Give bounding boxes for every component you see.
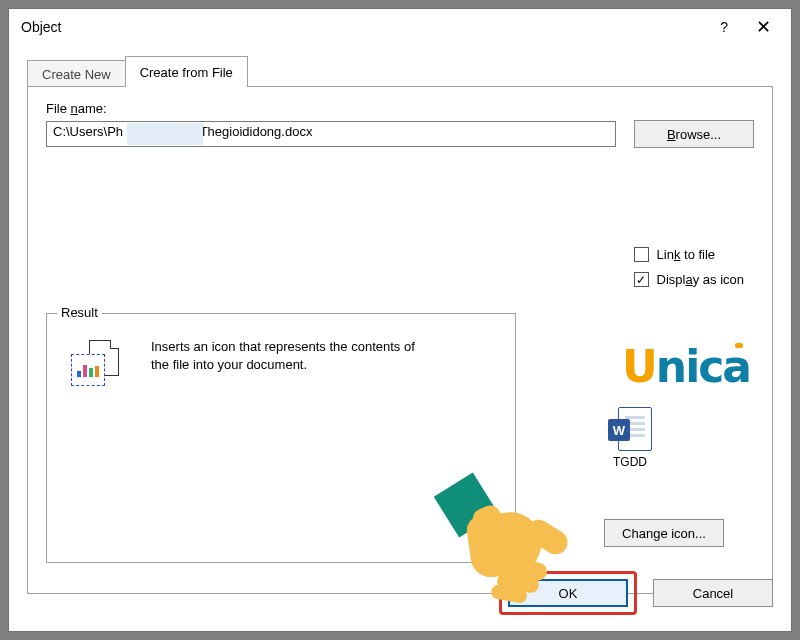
tab-panel: File name: C:\Users\Ph \Documents\Thegio… bbox=[27, 86, 773, 594]
tab-create-from-file[interactable]: Create from File bbox=[125, 56, 248, 87]
result-description: Inserts an icon that represents the cont… bbox=[151, 338, 431, 373]
result-legend: Result bbox=[57, 305, 102, 320]
link-to-file-label: Link to file bbox=[657, 247, 716, 262]
dialog-title: Object bbox=[17, 19, 61, 35]
word-file-icon: W bbox=[608, 407, 652, 451]
tab-create-new[interactable]: Create New bbox=[27, 60, 126, 87]
dialog-titlebar: Object ? ✕ bbox=[9, 9, 791, 45]
browse-button[interactable]: Browse... bbox=[634, 120, 754, 148]
display-as-icon-checkbox[interactable]: ✓ bbox=[634, 272, 649, 287]
link-to-file-checkbox[interactable] bbox=[634, 247, 649, 262]
result-group: Result Inserts an icon that represents t… bbox=[46, 313, 516, 563]
word-badge-letter: W bbox=[608, 419, 630, 441]
help-button[interactable]: ? bbox=[720, 19, 728, 35]
titlebar-controls: ? ✕ bbox=[720, 16, 783, 38]
display-as-icon-label: Display as icon bbox=[657, 272, 744, 287]
redaction-block bbox=[127, 123, 203, 145]
icon-caption: TGDD bbox=[600, 455, 660, 469]
file-name-label: File name: bbox=[46, 101, 754, 116]
tab-strip: Create New Create from File bbox=[27, 51, 773, 87]
result-illustration-icon bbox=[71, 338, 123, 390]
pointer-hand-annotation bbox=[449, 491, 567, 611]
unica-watermark: Unica bbox=[622, 341, 750, 392]
options-group: Link to file ✓ Display as icon bbox=[634, 247, 744, 287]
file-name-input[interactable]: C:\Users\Ph \Documents\Thegioididong.doc… bbox=[46, 121, 616, 147]
object-dialog: Object ? ✕ Create New Create from File F… bbox=[8, 8, 792, 632]
close-icon[interactable]: ✕ bbox=[752, 16, 775, 38]
preview-icon-block: W TGDD bbox=[600, 407, 660, 469]
cancel-button[interactable]: Cancel bbox=[653, 579, 773, 607]
change-icon-button[interactable]: Change icon... bbox=[604, 519, 724, 547]
